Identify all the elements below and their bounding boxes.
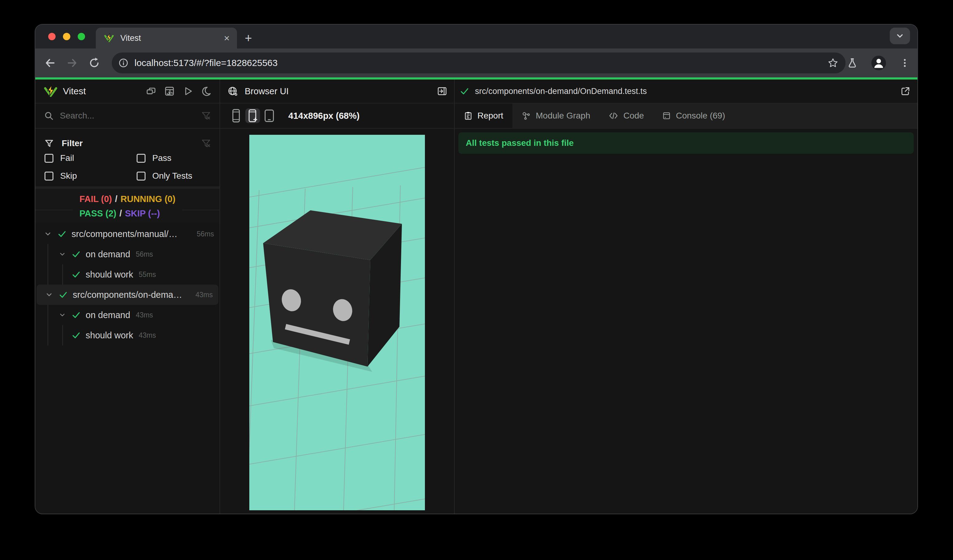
browser-window: Vitest × + bbox=[35, 24, 918, 514]
tablet-icon bbox=[264, 109, 275, 123]
test-file-row[interactable]: src/components/manual/… 56ms bbox=[35, 224, 219, 244]
search-input[interactable]: Search... bbox=[60, 111, 201, 121]
checkbox[interactable] bbox=[45, 154, 53, 163]
test-suite-row[interactable]: on demand 43ms bbox=[35, 305, 219, 325]
clear-filter-icon[interactable] bbox=[201, 138, 211, 148]
pass-check-icon bbox=[459, 86, 469, 96]
pass-check-icon bbox=[71, 250, 81, 259]
open-external-icon[interactable] bbox=[900, 86, 917, 96]
new-tab-button[interactable]: + bbox=[242, 31, 255, 45]
arrow-right-icon bbox=[66, 57, 78, 69]
maximize-window-button[interactable] bbox=[78, 33, 85, 40]
dock-panel-icon[interactable] bbox=[437, 86, 454, 96]
browser-preview-canvas[interactable] bbox=[249, 135, 425, 510]
reload-button[interactable] bbox=[83, 57, 105, 68]
test-detail-panel: src/components/on-demand/OnDemand.test.t… bbox=[455, 79, 917, 514]
all-tests-passed-banner: All tests passed in this file bbox=[458, 132, 914, 154]
chevron-down-icon[interactable] bbox=[45, 291, 53, 299]
phone-plus-icon bbox=[248, 109, 257, 123]
chevron-down-icon[interactable] bbox=[44, 230, 52, 238]
filter-checkbox-fail[interactable]: Fail bbox=[45, 153, 137, 163]
detail-tabs: Report Module Graph bbox=[455, 104, 917, 129]
duration: 43ms bbox=[196, 291, 218, 299]
checkbox[interactable] bbox=[45, 172, 53, 180]
reload-icon bbox=[89, 57, 100, 68]
viewport-preset-tablet-button[interactable] bbox=[262, 109, 276, 123]
chevron-down-icon[interactable] bbox=[59, 251, 66, 258]
pass-check-icon bbox=[71, 330, 81, 340]
duration: 43ms bbox=[139, 331, 156, 340]
vitest-logo-icon bbox=[44, 84, 57, 98]
profile-avatar[interactable] bbox=[871, 55, 887, 71]
search-bar[interactable]: Search... bbox=[35, 104, 219, 129]
viewport-preset-small-button[interactable] bbox=[229, 109, 244, 123]
report-content: All tests passed in this file bbox=[455, 129, 917, 514]
address-bar[interactable]: localhost:5173/#/?file=1828625563 bbox=[112, 53, 846, 73]
back-button[interactable] bbox=[39, 57, 61, 69]
test-suite-row[interactable]: on demand 56ms bbox=[35, 244, 219, 264]
browser-toolbar: localhost:5173/#/?file=1828625563 bbox=[35, 48, 917, 78]
tab-report[interactable]: Report bbox=[455, 104, 512, 128]
summary-line-2: PASS (2)/SKIP (--) bbox=[79, 206, 175, 221]
test-file-path: src/components/on-demand/OnDemand.test.t… bbox=[475, 87, 647, 96]
test-summary: FAIL (0)/RUNNING (0) PASS (2)/SKIP (--) bbox=[35, 189, 219, 223]
test-file-row-selected[interactable]: src/components/on-dema… 43ms bbox=[37, 285, 218, 305]
filter-checkbox-pass[interactable]: Pass bbox=[137, 153, 219, 163]
viewport-size-label: 414x896px (68%) bbox=[288, 111, 360, 121]
url-text[interactable]: localhost:5173/#/?file=1828625563 bbox=[135, 58, 828, 68]
tab-strip: Vitest × + bbox=[35, 25, 917, 48]
pass-count: PASS (2) bbox=[79, 208, 116, 218]
clear-filter-icon[interactable] bbox=[201, 111, 211, 121]
test-case-row[interactable]: should work 55ms bbox=[35, 264, 219, 285]
fail-count: FAIL (0) bbox=[79, 194, 112, 204]
summary-line-1: FAIL (0)/RUNNING (0) bbox=[79, 192, 175, 206]
tab-title: Vitest bbox=[120, 34, 224, 43]
robot-cube bbox=[263, 210, 402, 372]
checkbox[interactable] bbox=[137, 154, 146, 163]
duration: 55ms bbox=[139, 270, 156, 279]
filter-checkbox-skip[interactable]: Skip bbox=[45, 171, 137, 181]
pass-check-icon bbox=[71, 310, 81, 320]
filter-section: Filter Fail Pass bbox=[35, 129, 219, 186]
filter-title: Filter bbox=[62, 138, 201, 148]
vitest-favicon-icon bbox=[104, 33, 114, 43]
preview-canvas-area bbox=[220, 129, 454, 514]
tab-close-icon[interactable]: × bbox=[224, 33, 230, 43]
site-info-icon[interactable] bbox=[118, 58, 128, 68]
close-window-button[interactable] bbox=[48, 33, 56, 40]
collapse-windows-icon[interactable] bbox=[146, 86, 156, 96]
sidebar: Vitest bbox=[35, 79, 219, 514]
run-all-play-icon[interactable] bbox=[183, 86, 193, 96]
duration: 56ms bbox=[197, 230, 219, 238]
skip-count: SKIP (--) bbox=[125, 208, 160, 218]
tab-code[interactable]: Code bbox=[599, 104, 653, 128]
tab-console[interactable]: Console (69) bbox=[653, 104, 734, 128]
minimize-window-button[interactable] bbox=[63, 33, 70, 40]
checkbox[interactable] bbox=[137, 172, 146, 180]
bookmark-star-icon[interactable] bbox=[828, 58, 838, 68]
dashboard-icon[interactable] bbox=[164, 86, 175, 96]
arrow-left-icon bbox=[44, 57, 56, 69]
duration: 43ms bbox=[136, 311, 153, 319]
filter-checkbox-only-tests[interactable]: Only Tests bbox=[137, 171, 219, 181]
pass-check-icon bbox=[71, 270, 81, 279]
test-tree: src/components/manual/… 56ms on demand 5… bbox=[35, 223, 219, 514]
viewport-preset-active-button[interactable] bbox=[245, 109, 260, 123]
test-progress-bar bbox=[35, 78, 917, 79]
browser-preview-panel: Browser UI bbox=[220, 79, 454, 514]
module-graph-icon bbox=[522, 111, 531, 120]
forward-button[interactable] bbox=[61, 57, 83, 69]
chevron-down-icon[interactable] bbox=[59, 311, 66, 319]
menu-dots-icon[interactable] bbox=[900, 58, 910, 68]
preview-title: Browser UI bbox=[245, 86, 289, 96]
tab-module-graph[interactable]: Module Graph bbox=[512, 104, 599, 128]
browser-tab[interactable]: Vitest × bbox=[96, 28, 237, 48]
pass-check-icon bbox=[57, 230, 67, 239]
section-divider bbox=[35, 186, 219, 189]
dark-mode-moon-icon[interactable] bbox=[201, 86, 211, 96]
tab-search-button[interactable] bbox=[890, 28, 910, 44]
globe-icon bbox=[228, 86, 238, 96]
console-icon bbox=[662, 112, 671, 120]
experiments-flask-icon[interactable] bbox=[847, 57, 858, 68]
test-case-row[interactable]: should work 43ms bbox=[35, 325, 219, 345]
